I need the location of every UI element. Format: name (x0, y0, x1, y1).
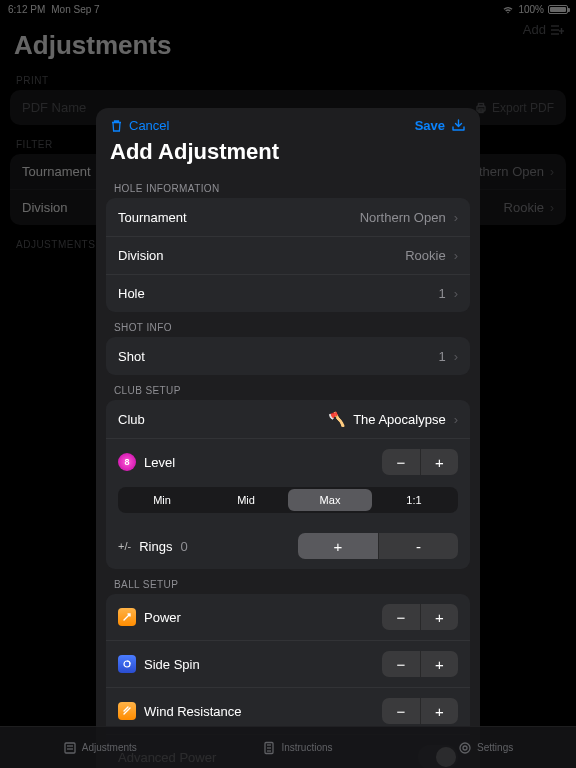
rings-row: +/-Rings0 +- (106, 523, 470, 569)
seg-ratio[interactable]: 1:1 (372, 489, 456, 511)
tab-bar: Adjustments Instructions Settings (0, 726, 576, 768)
club-range-segmented[interactable]: Min Mid Max 1:1 (118, 487, 458, 513)
hole-info-label: HOLE INFORMATION (114, 183, 480, 194)
shot-info-label: SHOT INFO (114, 322, 480, 333)
instructions-icon (262, 741, 276, 755)
sidespin-stepper[interactable]: −+ (382, 651, 458, 677)
tab-instructions[interactable]: Instructions (262, 741, 332, 755)
seg-mid[interactable]: Mid (204, 489, 288, 511)
svg-rect-9 (65, 743, 75, 753)
tab-settings[interactable]: Settings (458, 741, 513, 755)
minus-button[interactable]: - (378, 533, 458, 559)
ball-setup-label: BALL SETUP (114, 579, 480, 590)
plus-button[interactable]: + (298, 533, 378, 559)
minus-button[interactable]: − (382, 698, 420, 724)
minus-button[interactable]: − (382, 604, 420, 630)
division-row[interactable]: Division Rookie› (106, 236, 470, 274)
plus-button[interactable]: + (420, 651, 458, 677)
cancel-button[interactable]: Cancel (110, 118, 169, 133)
level-row: 8Level −+ (106, 438, 470, 485)
plus-button[interactable]: + (420, 698, 458, 724)
sidespin-row: Side Spin −+ (106, 640, 470, 687)
chevron-right-icon: › (454, 210, 458, 225)
modal-title: Add Adjustment (110, 139, 466, 165)
shot-row[interactable]: Shot 1› (106, 337, 470, 375)
power-icon (118, 608, 136, 626)
rings-stepper[interactable]: +- (298, 533, 458, 559)
power-stepper[interactable]: −+ (382, 604, 458, 630)
chevron-right-icon: › (454, 412, 458, 427)
club-setup-label: CLUB SETUP (114, 385, 480, 396)
level-stepper[interactable]: −+ (382, 449, 458, 475)
add-adjustment-modal: Cancel Save Add Adjustment HOLE INFORMAT… (96, 108, 480, 768)
chevron-right-icon: › (454, 286, 458, 301)
save-tray-icon (451, 119, 466, 132)
minus-button[interactable]: − (382, 449, 420, 475)
adjustments-icon (63, 741, 77, 755)
level-badge-icon: 8 (118, 453, 136, 471)
seg-max[interactable]: Max (288, 489, 372, 511)
wind-icon (118, 702, 136, 720)
club-icon: 🪓 (328, 411, 345, 427)
chevron-right-icon: › (454, 349, 458, 364)
power-row: Power −+ (106, 594, 470, 640)
svg-point-16 (460, 743, 470, 753)
hole-row[interactable]: Hole 1› (106, 274, 470, 312)
save-button[interactable]: Save (415, 118, 466, 133)
sidespin-icon (118, 655, 136, 673)
chevron-right-icon: › (454, 248, 458, 263)
plus-button[interactable]: + (420, 449, 458, 475)
tab-adjustments[interactable]: Adjustments (63, 741, 137, 755)
trash-icon (110, 119, 123, 133)
wind-stepper[interactable]: −+ (382, 698, 458, 724)
seg-min[interactable]: Min (120, 489, 204, 511)
tournament-row[interactable]: Tournament Northern Open› (106, 198, 470, 236)
club-row[interactable]: Club 🪓The Apocalypse› (106, 400, 470, 438)
svg-point-17 (463, 746, 467, 750)
minus-button[interactable]: − (382, 651, 420, 677)
settings-icon (458, 741, 472, 755)
plus-button[interactable]: + (420, 604, 458, 630)
